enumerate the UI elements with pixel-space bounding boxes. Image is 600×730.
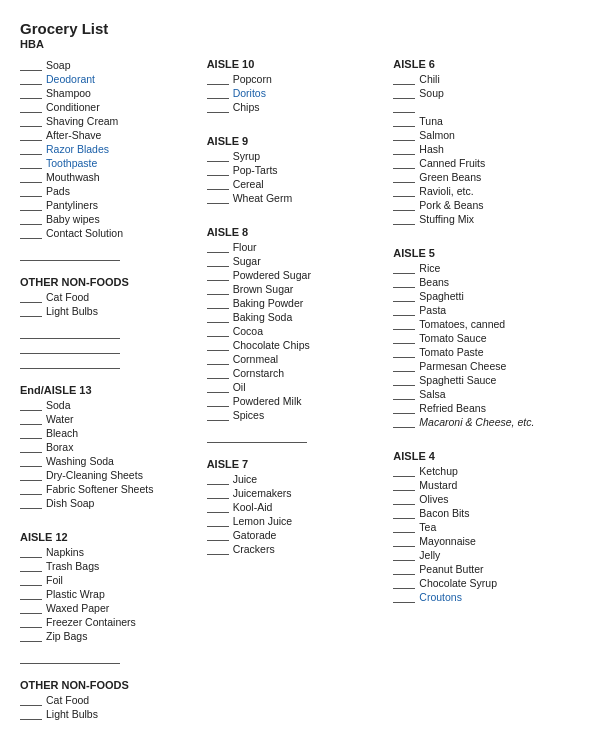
item-label: Macaroni & Cheese, etc. <box>419 416 534 428</box>
list-item: Rice <box>393 261 572 274</box>
list-item: Washing Soda <box>20 454 199 467</box>
list-item: Pork & Beans <box>393 198 572 211</box>
list-item: Dry-Cleaning Sheets <box>20 468 199 481</box>
item-label: Plastic Wrap <box>46 588 105 600</box>
item-label: Salsa <box>419 388 445 400</box>
list-item: Jelly <box>393 548 572 561</box>
item-label: Shampoo <box>46 87 91 99</box>
item-label: Gatorade <box>233 529 277 541</box>
list-item: Ketchup <box>393 464 572 477</box>
list-item: Pop-Tarts <box>207 163 386 176</box>
item-label: Pork & Beans <box>419 199 483 211</box>
list-item: Chili <box>393 72 572 85</box>
item-label: Shaving Cream <box>46 115 118 127</box>
list-item: Powdered Sugar <box>207 268 386 281</box>
list-item: Beans <box>393 275 572 288</box>
blank-line-5 <box>20 652 120 664</box>
list-item: Sugar <box>207 254 386 267</box>
blank-line-9 <box>207 431 307 443</box>
list-item: Flour <box>207 240 386 253</box>
list-item: Crackers <box>207 542 386 555</box>
hba-section: SoapDeodorantShampooConditionerShaving C… <box>20 58 199 239</box>
item-label: Tuna <box>419 115 443 127</box>
list-item: Wheat Germ <box>207 191 386 204</box>
item-label: Tomato Sauce <box>419 332 486 344</box>
aisle9-section: AISLE 9 SyrupPop-TartsCerealWheat Germ <box>207 135 386 204</box>
item-label: Waxed Paper <box>46 602 109 614</box>
list-item: Pads <box>20 184 199 197</box>
other-nonfoods2-title: OTHER NON-FOODS <box>20 679 199 691</box>
list-item: Chocolate Syrup <box>393 576 572 589</box>
item-label: Soda <box>46 399 71 411</box>
item-label: Flour <box>233 241 257 253</box>
item-label: Wheat Germ <box>233 192 293 204</box>
list-item: Peanut Butter <box>393 562 572 575</box>
list-item: Cat Food <box>20 290 199 303</box>
list-item: Mouthwash <box>20 170 199 183</box>
item-label: Salmon <box>419 129 455 141</box>
list-item: Cocoa <box>207 324 386 337</box>
item-label: Toothpaste <box>46 157 97 169</box>
item-label: Oil <box>233 381 246 393</box>
item-label: Brown Sugar <box>233 283 294 295</box>
item-label: Trash Bags <box>46 560 99 572</box>
item-label: Green Beans <box>419 171 481 183</box>
item-label: Chili <box>419 73 439 85</box>
item-label: Water <box>46 413 74 425</box>
item-label: After-Shave <box>46 129 101 141</box>
item-label: Spaghetti Sauce <box>419 374 496 386</box>
item-label: Olives <box>419 493 448 505</box>
item-label: Baking Powder <box>233 297 304 309</box>
aisle7-title: AISLE 7 <box>207 458 386 470</box>
list-item: Lemon Juice <box>207 514 386 527</box>
list-item: Mayonnaise <box>393 534 572 547</box>
list-item: Ravioli, etc. <box>393 184 572 197</box>
list-item: Kool-Aid <box>207 500 386 513</box>
item-label: Light Bulbs <box>46 708 98 720</box>
blank-line-1 <box>20 249 120 261</box>
list-item: Salsa <box>393 387 572 400</box>
item-label: Bleach <box>46 427 78 439</box>
list-item: Popcorn <box>207 72 386 85</box>
list-item: Shampoo <box>20 86 199 99</box>
item-label: Soap <box>46 59 71 71</box>
list-item: Freezer Containers <box>20 615 199 628</box>
item-label: Cocoa <box>233 325 263 337</box>
item-label: Jelly <box>419 549 440 561</box>
list-item: Syrup <box>207 149 386 162</box>
item-label: Powdered Milk <box>233 395 302 407</box>
other-nonfoods1-section: OTHER NON-FOODS Cat FoodLight Bulbs <box>20 276 199 317</box>
end-aisle13-section: End/AISLE 13 SodaWaterBleachBoraxWashing… <box>20 384 199 509</box>
list-item: Cornmeal <box>207 352 386 365</box>
item-label: Chocolate Chips <box>233 339 310 351</box>
list-item: Dish Soap <box>20 496 199 509</box>
list-item: Doritos <box>207 86 386 99</box>
list-item <box>393 100 572 113</box>
list-item: Mustard <box>393 478 572 491</box>
item-label: Light Bulbs <box>46 305 98 317</box>
list-item: Tomato Sauce <box>393 331 572 344</box>
list-item: Soda <box>20 398 199 411</box>
list-item: Juice <box>207 472 386 485</box>
list-item: Oil <box>207 380 386 393</box>
item-label: Popcorn <box>233 73 272 85</box>
list-item: Canned Fruits <box>393 156 572 169</box>
list-item: Plastic Wrap <box>20 587 199 600</box>
end-aisle13-title: End/AISLE 13 <box>20 384 199 396</box>
item-label: Tomato Paste <box>419 346 483 358</box>
list-item: Pantyliners <box>20 198 199 211</box>
item-label: Pasta <box>419 304 446 316</box>
item-label: Ravioli, etc. <box>419 185 473 197</box>
list-item: Toothpaste <box>20 156 199 169</box>
aisle5-title: AISLE 5 <box>393 247 572 259</box>
list-item: Soup <box>393 86 572 99</box>
item-label: Peanut Butter <box>419 563 483 575</box>
list-item: Brown Sugar <box>207 282 386 295</box>
list-item: Contact Solution <box>20 226 199 239</box>
item-label: Beans <box>419 276 449 288</box>
item-label: Lemon Juice <box>233 515 293 527</box>
item-label: Kool-Aid <box>233 501 273 513</box>
other-nonfoods2-section: OTHER NON-FOODS Cat FoodLight Bulbs <box>20 679 199 720</box>
aisle12-section: AISLE 12 NapkinsTrash BagsFoilPlastic Wr… <box>20 531 199 642</box>
list-item: Spaghetti Sauce <box>393 373 572 386</box>
